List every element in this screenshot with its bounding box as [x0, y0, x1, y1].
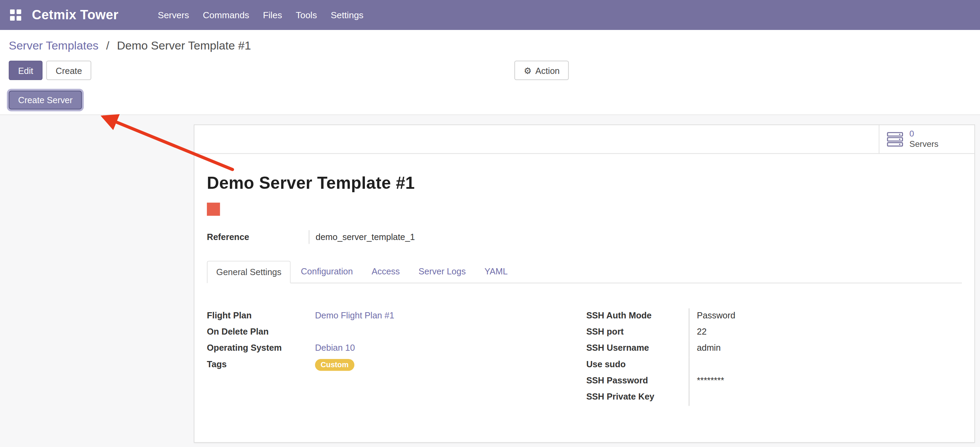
field-row-tags: Tags Custom — [207, 357, 586, 374]
form-sheet: 0 Servers Demo Server Template #1 Refere… — [194, 125, 975, 443]
app-brand[interactable]: Cetmix Tower — [32, 8, 119, 23]
control-panel-buttons: Edit Create ⚙ Action — [9, 61, 980, 80]
field-row-ssh-password: SSH Password ******** — [586, 374, 962, 390]
field-row-ssh-private-key: SSH Private Key — [586, 390, 962, 406]
control-panel: Server Templates / Demo Server Template … — [0, 30, 980, 115]
action-button-label: Action — [535, 65, 560, 75]
breadcrumb-parent-link[interactable]: Server Templates — [9, 39, 98, 52]
field-value-use-sudo — [689, 357, 962, 374]
field-row-ssh-port: SSH port 22 — [586, 325, 962, 341]
stat-value: 0 — [909, 129, 939, 139]
field-row-on-delete-plan: On Delete Plan — [207, 325, 586, 341]
nav-item-files[interactable]: Files — [256, 2, 289, 29]
form-group-left: Flight Plan Demo Flight Plan #1 On Delet… — [207, 308, 586, 406]
tag-badge-custom: Custom — [315, 359, 354, 371]
apps-grid-icon[interactable] — [10, 9, 21, 21]
tab-yaml[interactable]: YAML — [476, 261, 517, 283]
field-value-ssh-auth-mode: Password — [689, 308, 962, 325]
field-value-operating-system[interactable]: Debian 10 — [315, 343, 355, 353]
servers-stat-button[interactable]: 0 Servers — [879, 125, 974, 153]
top-navbar: Cetmix Tower Servers Commands Files Tool… — [0, 0, 980, 30]
field-row-reference: Reference demo_server_template_1 — [207, 230, 962, 244]
field-value-ssh-private-key — [689, 390, 962, 406]
breadcrumb: Server Templates / Demo Server Template … — [0, 30, 980, 52]
field-row-use-sudo: Use sudo — [586, 357, 962, 374]
field-label-use-sudo: Use sudo — [586, 357, 689, 374]
field-value-ssh-username: admin — [689, 341, 962, 357]
stat-label: Servers — [909, 139, 939, 150]
field-row-operating-system: Operating System Debian 10 — [207, 341, 586, 357]
field-label-ssh-private-key: SSH Private Key — [586, 390, 689, 406]
breadcrumb-current: Demo Server Template #1 — [117, 39, 251, 52]
tab-server-logs[interactable]: Server Logs — [410, 261, 474, 283]
tab-configuration[interactable]: Configuration — [292, 261, 361, 283]
app-window: Cetmix Tower Servers Commands Files Tool… — [0, 0, 980, 447]
create-button[interactable]: Create — [46, 61, 91, 80]
field-value-reference: demo_server_template_1 — [309, 230, 415, 244]
notebook-tabs: General Settings Configuration Access Se… — [207, 261, 962, 283]
field-label-ssh-password: SSH Password — [586, 374, 689, 390]
field-label-flight-plan: Flight Plan — [207, 308, 315, 325]
main-menu: Servers Commands Files Tools Settings — [151, 2, 370, 29]
header-button-row: Create Server — [9, 91, 980, 110]
tab-general-settings[interactable]: General Settings — [207, 261, 291, 283]
field-value-flight-plan[interactable]: Demo Flight Plan #1 — [315, 310, 395, 320]
gear-icon: ⚙ — [524, 66, 531, 75]
field-label-ssh-auth-mode: SSH Auth Mode — [586, 308, 689, 325]
record-title: Demo Server Template #1 — [207, 174, 962, 193]
field-row-ssh-auth-mode: SSH Auth Mode Password — [586, 308, 962, 325]
field-value-ssh-password: ******** — [689, 374, 962, 390]
field-label-on-delete-plan: On Delete Plan — [207, 325, 315, 341]
tab-content-general-settings: Flight Plan Demo Flight Plan #1 On Delet… — [207, 308, 962, 406]
create-server-button[interactable]: Create Server — [9, 91, 82, 110]
nav-item-servers[interactable]: Servers — [151, 2, 196, 29]
field-value-ssh-port: 22 — [689, 325, 962, 341]
stat-button-row: 0 Servers — [194, 125, 975, 154]
form-group-right: SSH Auth Mode Password SSH port 22 SSH U… — [586, 308, 962, 406]
field-row-ssh-username: SSH Username admin — [586, 341, 962, 357]
edit-button[interactable]: Edit — [9, 61, 42, 80]
action-button[interactable]: ⚙ Action — [514, 61, 569, 80]
tab-access[interactable]: Access — [363, 261, 409, 283]
field-label-ssh-username: SSH Username — [586, 341, 689, 357]
field-row-flight-plan: Flight Plan Demo Flight Plan #1 — [207, 308, 586, 325]
field-label-reference: Reference — [207, 230, 309, 244]
nav-item-settings[interactable]: Settings — [324, 2, 370, 29]
page-body: 0 Servers Demo Server Template #1 Refere… — [0, 115, 980, 447]
breadcrumb-separator: / — [106, 39, 109, 52]
server-stack-icon — [887, 132, 903, 147]
field-label-operating-system: Operating System — [207, 341, 315, 357]
field-label-ssh-port: SSH port — [586, 325, 689, 341]
color-swatch — [207, 203, 220, 216]
nav-item-commands[interactable]: Commands — [196, 2, 256, 29]
field-label-tags: Tags — [207, 357, 315, 374]
nav-item-tools[interactable]: Tools — [289, 2, 324, 29]
